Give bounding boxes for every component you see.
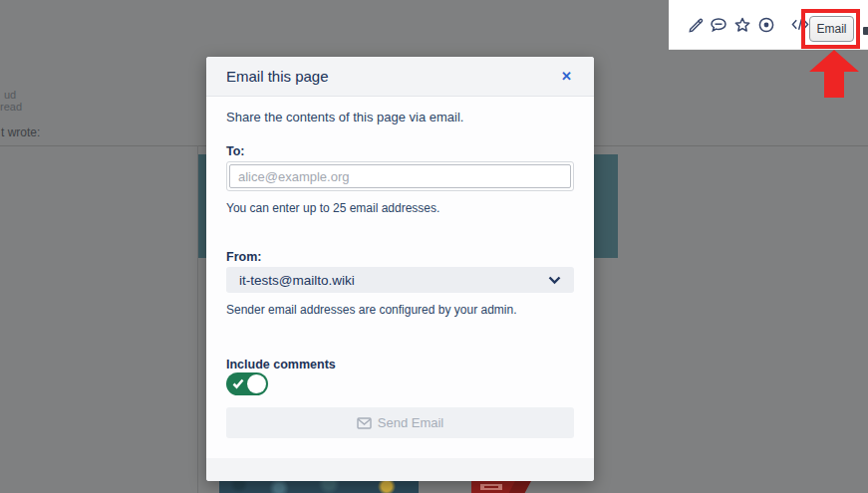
close-icon[interactable]: ✕	[557, 67, 576, 86]
page-toolbar: Email	[669, 0, 868, 50]
bg-partial-text-2: read	[0, 101, 22, 113]
bg-partial-text-1: ud	[4, 89, 16, 101]
from-helper-text: Sender email addresses are configured by…	[226, 303, 517, 317]
comment-bubble-icon[interactable]	[710, 16, 727, 34]
dialog-header: Email this page ✕	[206, 57, 594, 97]
star-favorite-icon[interactable]	[733, 16, 751, 34]
chevron-down-icon	[548, 276, 561, 285]
from-field-label: From:	[226, 250, 261, 264]
dialog-footer	[206, 458, 594, 481]
annotation-arrow-shaft	[824, 71, 844, 98]
include-comments-toggle[interactable]	[226, 372, 268, 395]
toggle-knob	[247, 374, 266, 393]
check-icon	[232, 377, 244, 389]
bg-pdf-file-icon	[471, 481, 531, 493]
envelope-icon	[357, 417, 372, 429]
to-input-wrapper	[226, 161, 574, 191]
bg-painting-thumbnail	[219, 481, 419, 493]
email-this-page-dialog: Email this page ✕ Share the contents of …	[206, 57, 594, 481]
annotation-arrow-head	[809, 50, 859, 72]
include-comments-label: Include comments	[226, 358, 336, 371]
from-selected-value: it-tests@mailto.wiki	[239, 273, 355, 288]
bg-partial-text-wrote: t wrote:	[1, 125, 40, 139]
email-button[interactable]: Email	[809, 16, 854, 42]
send-email-button[interactable]: Send Email	[226, 407, 574, 438]
dialog-title: Email this page	[226, 68, 557, 85]
edit-pencil-icon[interactable]	[686, 16, 704, 34]
dialog-intro-text: Share the contents of this page via emai…	[226, 110, 463, 124]
send-email-label: Send Email	[378, 415, 443, 430]
from-select[interactable]: it-tests@mailto.wiki	[226, 267, 574, 293]
watch-eye-icon[interactable]	[757, 16, 775, 34]
code-view-icon[interactable]	[791, 16, 809, 34]
to-field-label: To:	[226, 144, 245, 158]
edge-partial-icon	[863, 27, 868, 35]
to-email-input[interactable]	[229, 164, 571, 188]
to-helper-text: You can enter up to 25 email addresses.	[226, 201, 439, 215]
pdf-icon-mark-inner	[484, 486, 498, 488]
